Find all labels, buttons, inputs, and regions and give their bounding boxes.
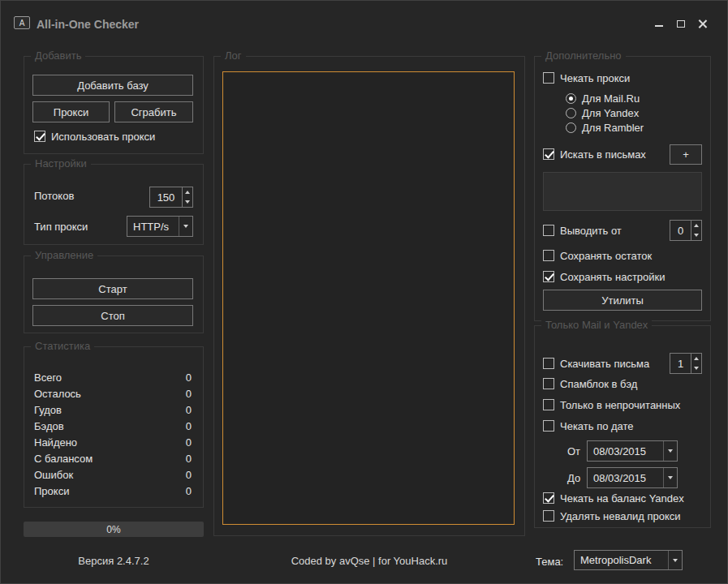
stepper-up-icon[interactable]	[691, 221, 701, 230]
radio-label: Для Rambler	[582, 122, 644, 134]
group-stats-title: Статистика	[31, 340, 94, 352]
keywords-textarea[interactable]	[543, 172, 702, 211]
grab-button[interactable]: Сграбить	[114, 101, 193, 122]
app-icon: A	[14, 16, 30, 29]
stepper-arrows[interactable]	[691, 354, 701, 373]
stop-button[interactable]: Стоп	[32, 305, 193, 326]
radio-yandex[interactable]: Для Yandex	[566, 107, 639, 119]
radio-rambler[interactable]: Для Rambler	[566, 122, 644, 134]
checkbox-label: Спамблок в бэд	[560, 378, 637, 390]
stepper-down-icon[interactable]	[183, 197, 192, 207]
add-keyword-button[interactable]: +	[670, 144, 702, 165]
checkbox-label: Чекать на баланс Yandex	[560, 492, 684, 505]
stats-row: Всего0	[34, 369, 192, 385]
stats-list: Всего0 Осталось0 Гудов0 Бэдов0 Найдено0 …	[34, 369, 192, 499]
close-button[interactable]	[694, 15, 710, 32]
check-proxy-checkbox[interactable]: Чекать прокси	[543, 71, 630, 84]
checkbox-label: Чекать по дате	[560, 420, 634, 432]
output-from-checkbox[interactable]: Выводить от	[543, 224, 622, 237]
group-mail-yandex: Только Mail и Yandex Скачивать письма 1 …	[534, 325, 711, 528]
theme-value: MetropolisDark	[575, 551, 668, 569]
stat-value: 0	[186, 436, 192, 449]
stepper-up-icon[interactable]	[183, 187, 192, 197]
save-settings-checkbox[interactable]: Сохранять настройки	[543, 270, 666, 283]
group-control-title: Управление	[31, 249, 97, 261]
output-from-stepper[interactable]: 0	[670, 220, 702, 241]
group-log-title: Лог	[221, 49, 246, 62]
stat-label: Осталось	[34, 388, 81, 400]
radio-mailru[interactable]: Для Mail.Ru	[566, 92, 640, 105]
radio-icon	[566, 93, 576, 104]
stat-label: Прокси	[34, 485, 69, 497]
stepper-down-icon[interactable]	[691, 230, 701, 240]
stat-label: Гудов	[34, 404, 62, 416]
log-output[interactable]	[222, 71, 515, 525]
theme-dropdown[interactable]: MetropolisDark	[574, 550, 683, 570]
minimize-button[interactable]	[651, 15, 667, 32]
chevron-down-icon	[663, 468, 677, 487]
checkbox-label: Сохранять остаток	[560, 250, 652, 262]
utilities-button[interactable]: Утилиты	[543, 290, 702, 311]
radio-label: Для Yandex	[582, 107, 639, 119]
delete-invalid-proxy-checkbox[interactable]: Удалять невалид прокси	[543, 509, 681, 522]
unread-only-checkbox[interactable]: Только в непрочитанных	[543, 398, 680, 411]
add-base-button[interactable]: Добавить базу	[32, 75, 193, 96]
date-to-dropdown[interactable]: 08/03/2015	[587, 467, 678, 488]
check-by-date-checkbox[interactable]: Чекать по дате	[543, 419, 634, 432]
threads-stepper[interactable]: 150	[149, 187, 193, 208]
checkbox-icon	[543, 271, 554, 282]
stepper-down-icon[interactable]	[691, 363, 701, 373]
date-from-dropdown[interactable]: 08/03/2015	[587, 440, 678, 462]
checkbox-icon	[543, 72, 554, 84]
start-button[interactable]: Старт	[32, 278, 193, 299]
checkbox-icon	[543, 420, 554, 432]
search-letters-checkbox[interactable]: Искать в письмах	[543, 148, 646, 161]
stats-row: Осталось0	[34, 385, 192, 402]
credits-label: Coded by avQse | for YouHack.ru	[213, 555, 525, 567]
checkbox-icon	[34, 131, 45, 142]
proxy-type-dropdown[interactable]: HTTP/s	[127, 216, 193, 237]
checkbox-icon	[543, 148, 554, 160]
group-add: Добавить Добавить базу Прокси Сграбить И…	[24, 56, 204, 154]
group-extra-title: Дополнительно	[541, 49, 626, 62]
proxy-type-value: HTTP/s	[127, 217, 179, 236]
maximize-button[interactable]	[673, 15, 689, 32]
output-from-value: 0	[670, 221, 691, 240]
checkbox-icon	[543, 250, 554, 261]
proxy-button[interactable]: Прокси	[32, 101, 110, 122]
stat-label: Бэдов	[34, 420, 64, 432]
minimize-icon	[655, 25, 663, 27]
checkbox-icon	[543, 358, 554, 369]
stepper-arrows[interactable]	[182, 187, 192, 207]
date-to-label: До	[567, 472, 580, 484]
use-proxy-checkbox[interactable]: Использовать прокси	[34, 130, 155, 143]
app-window: A All-in-One Checker Добавить Добавить б…	[0, 0, 728, 584]
group-extra: Дополнительно Чекать прокси Для Mail.Ru …	[534, 56, 711, 321]
stepper-up-icon[interactable]	[691, 354, 701, 363]
check-balance-checkbox[interactable]: Чекать на баланс Yandex	[543, 492, 684, 505]
download-letters-checkbox[interactable]: Скачивать письма	[543, 357, 649, 370]
group-settings: Настройки Потоков 150 Тип прокси HTTP/s	[24, 164, 204, 245]
checkbox-label: Искать в письмах	[560, 148, 646, 161]
checkbox-label: Использовать прокси	[51, 131, 155, 143]
maximize-icon	[677, 20, 685, 28]
radio-icon	[566, 122, 576, 133]
checkbox-icon	[543, 225, 554, 236]
checkbox-icon	[543, 378, 554, 389]
close-icon	[698, 19, 707, 28]
date-from-value: 08/03/2015	[588, 441, 663, 461]
stats-row: Найдено0	[34, 434, 192, 450]
download-letters-stepper[interactable]: 1	[670, 353, 702, 374]
stepper-arrows[interactable]	[691, 221, 701, 240]
window-title: All-in-One Checker	[37, 18, 139, 31]
stats-row: Прокси0	[34, 483, 192, 499]
save-rest-checkbox[interactable]: Сохранять остаток	[543, 249, 652, 262]
download-letters-value: 1	[670, 354, 691, 373]
chevron-down-icon	[668, 551, 682, 569]
checkbox-icon	[543, 399, 554, 410]
stat-value: 0	[186, 469, 192, 481]
checkbox-label: Чекать прокси	[560, 72, 630, 84]
spamblock-checkbox[interactable]: Спамблок в бэд	[543, 377, 637, 390]
group-mail-yandex-title: Только Mail и Yandex	[541, 319, 652, 331]
group-log: Лог	[213, 56, 525, 536]
